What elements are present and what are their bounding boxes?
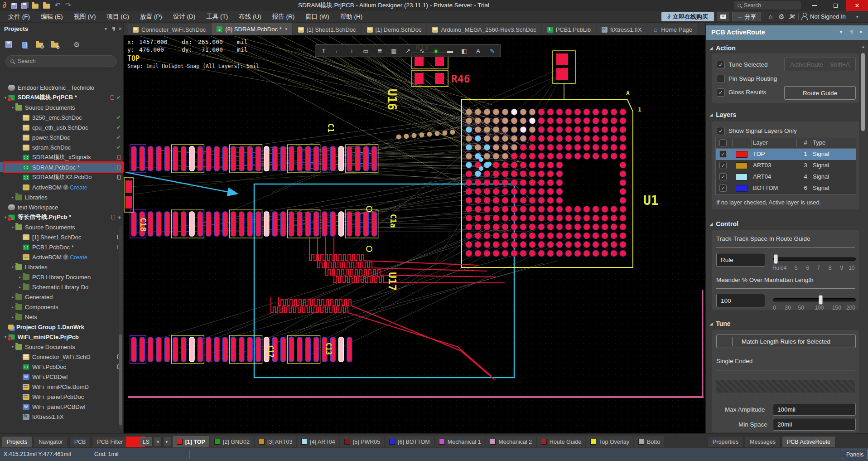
minimize-button[interactable] xyxy=(805,0,825,11)
document-tab[interactable]: (8) SDRAM.PcbDoc *▾ xyxy=(212,23,292,35)
tree-item[interactable]: ▾Source Documents xyxy=(0,342,124,352)
tree-item[interactable]: SDRAM模块X2.PcbDo xyxy=(0,172,124,182)
folder-settings-icon[interactable] xyxy=(51,43,58,48)
tune-selected-checkbox[interactable]: ✓ xyxy=(717,61,725,69)
show-signal-layers-checkbox[interactable]: ✓ xyxy=(717,127,725,135)
document-tab[interactable]: fiXtress1.fiX xyxy=(597,24,646,35)
meander-tool-icon[interactable]: ∿ xyxy=(415,45,429,56)
select-rect-tool-icon[interactable]: ▭ xyxy=(359,45,373,56)
layer-color-swatch[interactable] xyxy=(736,185,747,192)
panel-tab-projects[interactable]: Projects xyxy=(2,436,32,448)
layer-tab[interactable]: [1] TOP xyxy=(173,436,209,447)
layer-tab[interactable]: Mechanical 2 xyxy=(486,436,536,447)
menu-item[interactable]: 视图 (V) xyxy=(68,11,101,23)
layer-tab[interactable]: [2] GND02 xyxy=(210,436,254,447)
tree-item[interactable]: ▸PCB Library Documen xyxy=(0,272,124,282)
layer-visible-checkbox[interactable]: ✓ xyxy=(719,162,727,169)
panel-close-icon[interactable]: ✕ xyxy=(859,29,863,34)
panel-tab-messages[interactable]: Messages xyxy=(745,436,781,448)
expand-icon[interactable]: ▸ xyxy=(17,275,23,279)
sign-in-status[interactable]: Not Signed In xyxy=(810,12,846,21)
max-amplitude-input[interactable]: 100mil xyxy=(773,403,856,416)
tree-item[interactable]: ▸Schematic Library Do xyxy=(0,282,124,292)
open-folder-icon[interactable] xyxy=(32,4,39,9)
layer-row[interactable]: ✓BOTTOM6Signal xyxy=(716,183,856,194)
panel-tab-pcb-activeroute[interactable]: PCB ActiveRoute xyxy=(782,436,835,448)
tree-item[interactable]: WiFi_panel.PCBDwf xyxy=(0,402,124,412)
expand-icon[interactable]: ▾ xyxy=(10,106,15,110)
tree-item[interactable]: ▾SDRAM模块.PrjPCB *✓ xyxy=(0,92,124,102)
expand-icon[interactable]: ▸ xyxy=(10,195,15,199)
panel-pin-icon[interactable] xyxy=(850,30,854,34)
global-search-input[interactable]: Search xyxy=(734,1,801,10)
control-section-header[interactable]: Control xyxy=(710,220,738,228)
undo-icon[interactable]: ↶ xyxy=(54,2,60,9)
document-tab[interactable]: PCB1.PcbLib xyxy=(542,24,596,35)
tree-item[interactable]: fiXtress1.fiX xyxy=(0,412,124,422)
expand-icon[interactable]: ▾ xyxy=(10,225,15,229)
text-tool-icon[interactable]: T xyxy=(317,45,331,56)
layer-tab[interactable]: Top Overlay xyxy=(586,436,633,447)
expand-icon[interactable]: ▾ xyxy=(10,345,15,349)
layer-color-swatch[interactable] xyxy=(736,162,747,169)
match-length-button[interactable]: Match Length Rules for Selected xyxy=(716,335,856,348)
panel-tab-pcb-filter[interactable]: PCB Filter xyxy=(92,436,128,448)
layer-tab[interactable]: Route Guide xyxy=(537,436,585,447)
expand-icon[interactable]: ▾ xyxy=(10,265,15,269)
document-tab[interactable]: ⌂Home Page xyxy=(647,24,697,35)
tree-item[interactable]: ▸Nets xyxy=(0,312,124,322)
tree-item[interactable]: [1] Sheet1.SchDoc xyxy=(0,232,124,242)
panel-close-icon[interactable]: ✕ xyxy=(118,26,122,31)
action-section-header[interactable]: Action xyxy=(710,44,736,52)
panel-dropdown-icon[interactable]: ▾ xyxy=(105,26,107,31)
gloss-results-checkbox[interactable]: ✓ xyxy=(717,88,725,97)
tree-item[interactable]: SDRAM.PcbDoc * xyxy=(0,162,124,172)
create-link[interactable]: Create xyxy=(70,184,87,191)
tab-dropdown-icon[interactable]: ▾ xyxy=(285,27,288,31)
degree-step-tool-icon[interactable]: ⌐ xyxy=(331,45,345,56)
panel-pin-icon[interactable] xyxy=(112,27,116,30)
layer-visible-checkbox[interactable]: ✓ xyxy=(719,184,727,192)
home-icon[interactable]: ⌂ xyxy=(766,12,776,21)
draw-tool-icon[interactable]: ✎ xyxy=(485,45,499,56)
check-all-checkbox[interactable] xyxy=(719,139,727,146)
document-tab[interactable]: Arduino_MEGA_2560-Rev3.SchDoc xyxy=(427,24,541,35)
settings-gear-icon[interactable]: ⚙ xyxy=(776,12,786,21)
tune-section-header[interactable]: Tune xyxy=(710,320,731,327)
layer-visible-checkbox[interactable]: ✓ xyxy=(719,173,727,180)
panel-tab-navigator[interactable]: Navigator xyxy=(34,436,68,448)
layer-scroll-right-icon[interactable]: ► xyxy=(163,437,171,447)
layer-visible-checkbox[interactable]: ✓ xyxy=(719,150,727,158)
menu-item[interactable]: 布线 (U) xyxy=(233,11,267,23)
document-tab[interactable]: [1] Sheet1.SchDoc xyxy=(293,24,361,35)
tree-item[interactable]: WiFi.PcbDoc xyxy=(0,362,124,372)
pin-swap-checkbox[interactable] xyxy=(717,75,725,83)
save-icon[interactable] xyxy=(11,3,17,9)
route-tool-icon[interactable]: ↗ xyxy=(401,45,415,56)
layer-tab[interactable]: [5] PWR05 xyxy=(340,436,384,447)
menu-item[interactable]: 报告 (R) xyxy=(267,11,300,23)
save-project-icon[interactable] xyxy=(5,41,12,48)
panel-scrollbar[interactable]: ▲ ▼ xyxy=(860,43,866,433)
expand-icon[interactable]: ▸ xyxy=(10,315,15,319)
layer-row[interactable]: ✓ART033Signal xyxy=(716,160,856,171)
tree-item[interactable]: cpu_eth_usb.SchDoc✓ xyxy=(0,122,124,132)
menu-item[interactable]: 工具 (T) xyxy=(201,11,233,23)
tree-item[interactable]: power.SchDoc✓ xyxy=(0,132,124,142)
menu-item[interactable]: 帮助 (H) xyxy=(335,11,368,23)
layer-set-label[interactable]: LS xyxy=(140,437,152,446)
tree-item[interactable]: Emdoor Electronic _Technolo xyxy=(0,82,124,92)
document-tab[interactable]: [1] Demo.SchDoc xyxy=(362,24,427,35)
layer-tab[interactable]: [6] BOTTOM xyxy=(385,436,434,447)
layer-color-swatch[interactable] xyxy=(736,151,747,158)
move-tool-icon[interactable]: + xyxy=(345,45,359,56)
compile-copy-icon[interactable] xyxy=(22,42,27,48)
panels-button[interactable]: Panels xyxy=(842,450,868,459)
menu-item[interactable]: 设计 (D) xyxy=(168,11,201,23)
projects-scrollbar[interactable] xyxy=(119,226,122,430)
redo-icon[interactable]: ↷ xyxy=(65,2,71,9)
expand-icon[interactable]: ▸ xyxy=(10,295,15,299)
layer-scroll-left-icon[interactable]: ◄ xyxy=(154,437,162,447)
pcb-editor-canvas[interactable]: U16R13R46C1C18C1aU17C13C17U1A1 x:1457.00… xyxy=(124,35,705,433)
tree-item[interactable]: ▸Libraries xyxy=(0,192,124,202)
